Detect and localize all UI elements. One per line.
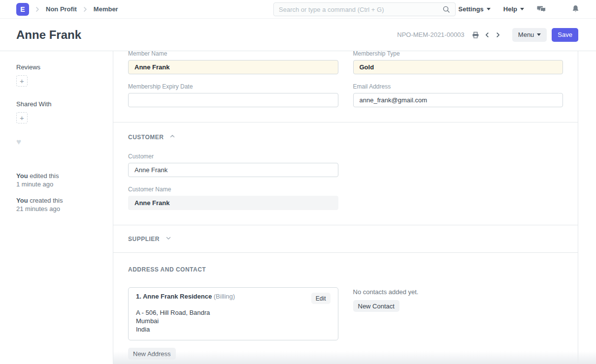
form-sidebar: Reviews + Shared With + ♥ You edited thi… bbox=[0, 51, 113, 364]
page-body: Reviews + Shared With + ♥ You edited thi… bbox=[0, 51, 596, 364]
supplier-section: SUPPLIER bbox=[113, 225, 578, 253]
activity-user: You bbox=[16, 172, 28, 180]
new-contact-button[interactable]: New Contact bbox=[353, 300, 399, 312]
form-area: Member Name Membership Type Membership E… bbox=[113, 51, 578, 364]
print-icon[interactable] bbox=[471, 31, 480, 39]
supplier-section-title: SUPPLIER bbox=[128, 236, 160, 243]
member-name-field: Member Name bbox=[128, 51, 338, 74]
activity-action: edited this bbox=[28, 172, 59, 180]
activity-time: 21 minutes ago bbox=[16, 205, 103, 213]
address-card: 1. Anne Frank Residence (Billing) Edit A… bbox=[128, 287, 338, 340]
reviews-label: Reviews bbox=[16, 63, 103, 71]
chevron-down-icon bbox=[165, 234, 172, 244]
address-column: 1. Anne Frank Residence (Billing) Edit A… bbox=[128, 287, 338, 360]
search-icon bbox=[442, 5, 450, 13]
page-title: Anne Frank bbox=[16, 28, 81, 42]
address-line: India bbox=[136, 325, 331, 334]
help-menu[interactable]: Help bbox=[503, 5, 524, 13]
chevron-down-icon bbox=[520, 8, 524, 10]
add-review-button[interactable]: + bbox=[16, 75, 28, 87]
app-logo[interactable]: E bbox=[16, 3, 29, 16]
customer-section-toggle[interactable]: CUSTOMER bbox=[128, 132, 563, 142]
no-contacts-text: No contacts added yet. bbox=[353, 288, 563, 296]
activity-entry: You edited this 1 minute ago bbox=[16, 172, 103, 188]
save-button[interactable]: Save bbox=[552, 28, 578, 42]
chevron-right-icon bbox=[33, 5, 41, 13]
edit-address-button[interactable]: Edit bbox=[311, 293, 331, 304]
customer-name-value: Anne Frank bbox=[128, 196, 338, 210]
settings-menu[interactable]: Settings bbox=[459, 5, 491, 13]
membership-type-input[interactable] bbox=[353, 60, 563, 74]
customer-label: Customer bbox=[128, 153, 338, 160]
membership-expiry-input[interactable] bbox=[128, 93, 338, 107]
notifications-bell-icon[interactable] bbox=[572, 5, 579, 13]
address-lines: A - 506, Hill Road, Bandra Mumbai India bbox=[136, 308, 331, 334]
navbar: E Non Profit Member A Settings Help bbox=[0, 0, 596, 19]
address-card-title: 1. Anne Frank Residence (Billing) bbox=[136, 293, 235, 300]
reviews-section: Reviews + bbox=[16, 63, 103, 87]
page-header: Anne Frank NPO-MEM-2021-00003 Menu Save bbox=[0, 19, 596, 51]
like-heart-icon[interactable]: ♥ bbox=[16, 137, 103, 147]
customer-name-field: Customer Name Anne Frank bbox=[128, 186, 338, 210]
activity-time: 1 minute ago bbox=[16, 180, 103, 188]
breadcrumb-non-profit[interactable]: Non Profit bbox=[46, 5, 77, 13]
email-address-input[interactable] bbox=[353, 93, 563, 107]
membership-type-label: Membership Type bbox=[353, 51, 563, 57]
email-address-label: Email Address bbox=[353, 83, 563, 90]
chevron-up-icon bbox=[168, 132, 176, 142]
address-type-tag: (Billing) bbox=[214, 293, 235, 300]
address-line: Mumbai bbox=[136, 317, 331, 325]
chevron-right-icon bbox=[81, 5, 89, 13]
shared-with-label: Shared With bbox=[16, 100, 103, 108]
document-id: NPO-MEM-2021-00003 bbox=[397, 31, 464, 38]
address-name: 1. Anne Frank Residence bbox=[136, 293, 212, 300]
activity-log: You edited this 1 minute ago You created… bbox=[16, 172, 103, 213]
customer-section-title: CUSTOMER bbox=[128, 134, 164, 141]
menu-button-label: Menu bbox=[518, 31, 534, 38]
activity-action: created this bbox=[28, 197, 63, 204]
prev-document-icon[interactable] bbox=[484, 31, 491, 38]
customer-name-label: Customer Name bbox=[128, 186, 338, 193]
chevron-down-icon bbox=[537, 33, 541, 36]
membership-expiry-field: Membership Expiry Date bbox=[128, 83, 338, 107]
customer-section: CUSTOMER Customer Customer Name Anne Fra… bbox=[113, 122, 578, 225]
new-address-button[interactable]: New Address bbox=[128, 348, 176, 360]
membership-type-field: Membership Type bbox=[353, 51, 563, 74]
customer-field: Customer bbox=[128, 153, 338, 177]
address-section-title: ADDRESS AND CONTACT bbox=[128, 266, 206, 273]
address-contact-section: ADDRESS AND CONTACT 1. Anne Frank Reside… bbox=[113, 253, 578, 360]
membership-expiry-label: Membership Expiry Date bbox=[128, 83, 338, 90]
chat-icon[interactable] bbox=[537, 5, 546, 13]
chevron-down-icon bbox=[487, 8, 491, 10]
help-label: Help bbox=[503, 5, 517, 13]
activity-user: You bbox=[16, 197, 28, 204]
breadcrumb-member[interactable]: Member bbox=[94, 5, 118, 13]
settings-label: Settings bbox=[459, 5, 484, 13]
address-section-heading: ADDRESS AND CONTACT bbox=[128, 266, 563, 273]
customer-input[interactable] bbox=[128, 163, 338, 177]
membership-section: Member Name Membership Type Membership E… bbox=[113, 51, 578, 122]
activity-entry: You created this 21 minutes ago bbox=[16, 196, 103, 213]
shared-with-section: Shared With + bbox=[16, 100, 103, 123]
member-name-label: Member Name bbox=[128, 51, 338, 57]
email-address-field: Email Address bbox=[353, 83, 563, 107]
member-name-input[interactable] bbox=[128, 60, 338, 74]
right-gutter bbox=[578, 51, 596, 364]
global-search[interactable] bbox=[273, 2, 456, 16]
supplier-section-toggle[interactable]: SUPPLIER bbox=[128, 234, 563, 244]
next-document-icon[interactable] bbox=[495, 31, 501, 38]
search-input[interactable] bbox=[279, 6, 439, 13]
contacts-column: No contacts added yet. New Contact bbox=[353, 287, 563, 360]
share-button[interactable]: + bbox=[16, 112, 28, 123]
menu-button[interactable]: Menu bbox=[512, 28, 547, 42]
address-line: A - 506, Hill Road, Bandra bbox=[136, 308, 331, 317]
